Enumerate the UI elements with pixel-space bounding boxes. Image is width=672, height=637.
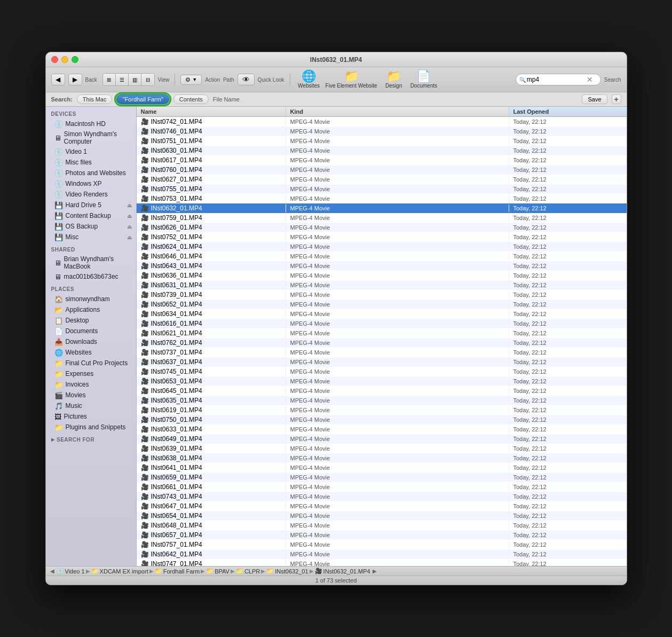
save-button[interactable]: Save	[582, 95, 607, 104]
table-row[interactable]: 🎥 INst0750_01.MP4 MPEG-4 Movie Today, 22…	[137, 415, 627, 424]
scope-fordhall-button[interactable]: "Fordhall Farm"	[116, 95, 169, 104]
table-row[interactable]: 🎥 INst0742_01.MP4 MPEG-4 Movie Today, 22…	[137, 117, 627, 127]
file-list-container[interactable]: Name Kind Last Opened 🎥 INst0742_01.MP4 …	[137, 107, 627, 566]
search-clear-button[interactable]: ✕	[587, 75, 593, 84]
documents-folder[interactable]: 📄 Documents	[410, 70, 438, 89]
table-row[interactable]: 🎥 INst0757_01.MP4 MPEG-4 Movie Today, 22…	[137, 540, 627, 549]
table-row[interactable]: 🎥 INst0619_01.MP4 MPEG-4 Movie Today, 22…	[137, 405, 627, 415]
sidebar-item-downloads[interactable]: 📥 Downloads	[46, 336, 136, 347]
table-row[interactable]: 🎥 INst0739_01.MP4 MPEG-4 Movie Today, 22…	[137, 290, 627, 300]
breadcrumb-item[interactable]: 📁Fordhall Farm	[155, 568, 200, 575]
breadcrumb-item[interactable]: 💿Video 1	[57, 568, 85, 575]
table-row[interactable]: 🎥 INst0657_01.MP4 MPEG-4 Movie Today, 22…	[137, 530, 627, 540]
sidebar-item-plugins[interactable]: 📁 Plugins and Snippets	[46, 422, 136, 432]
search-input[interactable]	[527, 76, 586, 83]
sidebar-item-windows-xp[interactable]: 💿 Windows XP	[46, 178, 136, 189]
sidebar-item-video1[interactable]: 💿 Video 1	[46, 146, 136, 157]
table-row[interactable]: 🎥 INst0632_01.MP4 MPEG-4 Movie Today, 22…	[137, 203, 627, 213]
table-row[interactable]: 🎥 INst0637_01.MP4 MPEG-4 Movie Today, 22…	[137, 357, 627, 367]
sidebar-item-photos-websites[interactable]: 💿 Photos and Websites	[46, 168, 136, 178]
back-button[interactable]: ◀	[51, 74, 65, 85]
table-row[interactable]: 🎥 INst0652_01.MP4 MPEG-4 Movie Today, 22…	[137, 300, 627, 309]
sidebar-item-misc[interactable]: 💾 Misc ⏏	[46, 232, 136, 242]
table-row[interactable]: 🎥 INst0636_01.MP4 MPEG-4 Movie Today, 22…	[137, 271, 627, 280]
design-folder[interactable]: 📁 Design	[381, 70, 407, 89]
eject-icon-hd5[interactable]: ⏏	[127, 202, 132, 208]
table-row[interactable]: 🎥 INst0635_01.MP4 MPEG-4 Movie Today, 22…	[137, 396, 627, 405]
sidebar-item-websites[interactable]: 🌐 Websites	[46, 347, 136, 358]
table-row[interactable]: 🎥 INst0643_01.MP4 MPEG-4 Movie Today, 22…	[137, 261, 627, 271]
sidebar-item-documents[interactable]: 📄 Documents	[46, 326, 136, 336]
sidebar-item-mac001[interactable]: 🖥 mac001b63b673ec	[46, 271, 136, 282]
table-row[interactable]: 🎥 INst0737_01.MP4 MPEG-4 Movie Today, 22…	[137, 348, 627, 357]
table-row[interactable]: 🎥 INst0753_01.MP4 MPEG-4 Movie Today, 22…	[137, 194, 627, 203]
sidebar-item-simonwyndham[interactable]: 🏠 simonwyndham	[46, 294, 136, 304]
sidebar-item-content-backup[interactable]: 💾 Content Backup ⏏	[46, 210, 136, 221]
coverflow-view-btn[interactable]: ⊟	[141, 74, 154, 85]
table-row[interactable]: 🎥 INst0760_01.MP4 MPEG-4 Movie Today, 22…	[137, 165, 627, 175]
table-row[interactable]: 🎥 INst0647_01.MP4 MPEG-4 Movie Today, 22…	[137, 501, 627, 511]
table-row[interactable]: 🎥 INst0621_01.MP4 MPEG-4 Movie Today, 22…	[137, 328, 627, 338]
breadcrumb-arrow-left[interactable]: ◀	[50, 568, 54, 574]
list-view-btn[interactable]: ☰	[116, 74, 129, 85]
sidebar-item-movies[interactable]: 🎬 Movies	[46, 390, 136, 400]
table-row[interactable]: 🎥 INst0752_01.MP4 MPEG-4 Movie Today, 22…	[137, 232, 627, 242]
breadcrumb-item[interactable]: 📁INst0632_01	[266, 568, 308, 575]
table-row[interactable]: 🎥 INst0639_01.MP4 MPEG-4 Movie Today, 22…	[137, 444, 627, 453]
sidebar-item-desktop[interactable]: 📋 Desktop	[46, 315, 136, 326]
table-row[interactable]: 🎥 INst0646_01.MP4 MPEG-4 Movie Today, 22…	[137, 251, 627, 261]
table-row[interactable]: 🎥 INst0630_01.MP4 MPEG-4 Movie Today, 22…	[137, 146, 627, 155]
breadcrumb-item[interactable]: 📁BPAV	[206, 568, 230, 575]
action-button[interactable]: ⚙ ▼	[180, 75, 202, 85]
breadcrumb-item[interactable]: 🎥INst0632_01.MP4	[315, 568, 370, 575]
breadcrumb-item[interactable]: 📁XDCAM EX import	[91, 568, 148, 575]
table-row[interactable]: 🎥 INst0751_01.MP4 MPEG-4 Movie Today, 22…	[137, 136, 627, 146]
table-row[interactable]: 🎥 INst0659_01.MP4 MPEG-4 Movie Today, 22…	[137, 473, 627, 482]
icon-view-btn[interactable]: ⊞	[103, 74, 116, 85]
sidebar-item-expenses[interactable]: 📁 Expenses	[46, 368, 136, 379]
sidebar-item-fcp-projects[interactable]: 📁 Final Cut Pro Projects	[46, 358, 136, 368]
column-name-header[interactable]: Name	[137, 107, 286, 116]
minimize-button[interactable]	[61, 56, 68, 63]
five-element-folder[interactable]: 📁 Five Element Website	[326, 70, 377, 89]
scope-this-mac-button[interactable]: This Mac	[77, 95, 113, 104]
table-row[interactable]: 🎥 INst0641_01.MP4 MPEG-4 Movie Today, 22…	[137, 463, 627, 473]
scope-contents-button[interactable]: Contents	[173, 95, 209, 104]
maximize-button[interactable]	[72, 56, 78, 63]
sidebar-item-misc-files[interactable]: 💿 Misc files	[46, 157, 136, 168]
table-row[interactable]: 🎥 INst0745_01.MP4 MPEG-4 Movie Today, 22…	[137, 367, 627, 376]
sidebar-item-os-backup[interactable]: 💾 OS Backup ⏏	[46, 221, 136, 232]
column-kind-header[interactable]: Kind	[286, 107, 509, 116]
table-row[interactable]: 🎥 INst0631_01.MP4 MPEG-4 Movie Today, 22…	[137, 280, 627, 290]
sidebar-item-pictures[interactable]: 🖼 Pictures	[46, 411, 136, 422]
forward-button[interactable]: ▶	[68, 74, 82, 85]
sidebar-item-simon-computer[interactable]: 🖥 Simon Wyndham's Computer	[46, 129, 136, 146]
column-view-btn[interactable]: ▥	[129, 74, 141, 85]
table-row[interactable]: 🎥 INst0755_01.MP4 MPEG-4 Movie Today, 22…	[137, 184, 627, 194]
table-row[interactable]: 🎥 INst0616_01.MP4 MPEG-4 Movie Today, 22…	[137, 319, 627, 328]
column-last-opened-header[interactable]: Last Opened	[509, 107, 627, 116]
websites-folder[interactable]: 🌐 Websites	[296, 70, 322, 89]
sidebar-item-hard-drive-5[interactable]: 💾 Hard Drive 5 ⏏	[46, 200, 136, 210]
table-row[interactable]: 🎥 INst0642_01.MP4 MPEG-4 Movie Today, 22…	[137, 549, 627, 559]
table-row[interactable]: 🎥 INst0627_01.MP4 MPEG-4 Movie Today, 22…	[137, 175, 627, 184]
eject-icon-misc[interactable]: ⏏	[127, 234, 132, 240]
table-row[interactable]: 🎥 INst0645_01.MP4 MPEG-4 Movie Today, 22…	[137, 386, 627, 396]
eject-icon-os[interactable]: ⏏	[127, 224, 132, 230]
sidebar-item-music[interactable]: 🎵 Music	[46, 400, 136, 411]
sidebar-item-video-renders[interactable]: 💿 Video Renders	[46, 189, 136, 200]
sidebar-item-applications[interactable]: 📂 Applications	[46, 304, 136, 315]
sidebar-item-brian-macbook[interactable]: 🖥 Brian Wyndham's MacBook	[46, 254, 136, 271]
sidebar-item-macintosh-hd[interactable]: 💿 Macintosh HD	[46, 119, 136, 129]
table-row[interactable]: 🎥 INst0633_01.MP4 MPEG-4 Movie Today, 22…	[137, 424, 627, 434]
table-row[interactable]: 🎥 INst0747_01.MP4 MPEG-4 Movie Today, 22…	[137, 559, 627, 566]
table-row[interactable]: 🎥 INst0762_01.MP4 MPEG-4 Movie Today, 22…	[137, 338, 627, 348]
table-row[interactable]: 🎥 INst0648_01.MP4 MPEG-4 Movie Today, 22…	[137, 521, 627, 530]
table-row[interactable]: 🎥 INst0743_01.MP4 MPEG-4 Movie Today, 22…	[137, 492, 627, 501]
breadcrumb-arrow-right[interactable]: ▶	[373, 568, 377, 574]
table-row[interactable]: 🎥 INst0638_01.MP4 MPEG-4 Movie Today, 22…	[137, 453, 627, 463]
table-row[interactable]: 🎥 INst0617_01.MP4 MPEG-4 Movie Today, 22…	[137, 155, 627, 165]
breadcrumb-item[interactable]: 📁CLPR	[236, 568, 260, 575]
table-row[interactable]: 🎥 INst0649_01.MP4 MPEG-4 Movie Today, 22…	[137, 434, 627, 444]
table-row[interactable]: 🎥 INst0624_01.MP4 MPEG-4 Movie Today, 22…	[137, 242, 627, 251]
